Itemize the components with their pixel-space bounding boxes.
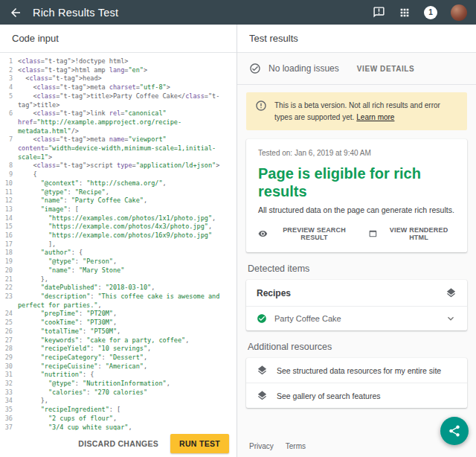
- check-circle-icon: [249, 63, 261, 74]
- result-card: Tested on: Jan 6, 2019 at 9:40 AM Page i…: [246, 139, 467, 252]
- back-button[interactable]: [9, 6, 22, 19]
- code-line: 37 "3/4 cup white sugar",: [0, 424, 237, 430]
- code-line: 25 "cookTime": "PT30M",: [0, 319, 237, 327]
- detected-items-label: Detected items: [248, 263, 466, 274]
- code-line: 17 ],: [0, 240, 237, 249]
- editor-actions: DISCARD CHANGES RUN TEST: [0, 430, 237, 457]
- loading-status-row: No loading issues VIEW DETAILS: [237, 53, 476, 85]
- code-line: 14 "https://examples.com/photos/1x1/phot…: [0, 214, 237, 223]
- view-rendered-html-label: VIEW RENDERED HTML: [382, 226, 455, 241]
- notification-badge[interactable]: 1: [424, 6, 437, 19]
- resource-link-structured-data[interactable]: See structured data resources for my ent…: [246, 358, 467, 383]
- feedback-button[interactable]: [373, 6, 385, 19]
- code-input-title: Code input: [12, 33, 59, 44]
- test-results-header: Test results: [237, 25, 476, 53]
- share-fab[interactable]: [440, 417, 469, 445]
- code-input-panel: Code input 1<class="t-tag">!doctype html…: [0, 25, 237, 457]
- results-content: No loading issues VIEW DETAILS This is a…: [237, 53, 476, 457]
- detected-type-label: Recipes: [257, 288, 291, 298]
- loading-status-text: No loading issues: [268, 63, 339, 74]
- code-line: 4 <class="t-tag">meta charset="utf-8">: [0, 83, 237, 92]
- back-arrow-icon: [9, 6, 22, 19]
- code-line: 22 "datePublished": "2018-03-10",: [0, 284, 237, 293]
- terms-link[interactable]: Terms: [286, 442, 306, 450]
- apps-grid-icon: [399, 7, 411, 19]
- learn-more-link[interactable]: Learn more: [356, 113, 394, 121]
- layers-icon: [446, 287, 457, 298]
- code-line: 8 <class="t-tag">script type="applicatio…: [0, 162, 237, 170]
- privacy-link[interactable]: Privacy: [249, 442, 274, 450]
- code-line: 28 "recipeYield": "10 servings",: [0, 345, 237, 354]
- code-line: 30 "recipeCuisine": "American",: [0, 362, 237, 371]
- view-rendered-html-button[interactable]: VIEW RENDERED HTML: [368, 226, 455, 241]
- feedback-icon: [373, 6, 385, 19]
- beta-banner-text: This is a beta version. Not all rich res…: [274, 100, 458, 123]
- eye-icon: [258, 228, 268, 239]
- code-line: 35 "recipeIngredient": [: [0, 406, 237, 415]
- view-details-link[interactable]: VIEW DETAILS: [357, 65, 415, 73]
- resource-label: See structured data resources for my ent…: [277, 366, 441, 375]
- code-line: 2<class="t-tag">html amp lang="en">: [0, 66, 237, 75]
- code-line: 11 "@type": "Recipe",: [0, 188, 237, 197]
- code-line: 9 {: [0, 170, 237, 179]
- code-line: 15 "https://example.com/photos/4x3/photo…: [0, 223, 237, 231]
- result-title: Page is eligible for rich results: [258, 164, 444, 200]
- detected-type-row[interactable]: Recipes: [246, 280, 467, 306]
- test-results-title: Test results: [249, 33, 298, 44]
- code-line: 20 "name": "Mary Stone": [0, 266, 237, 275]
- apps-grid-button[interactable]: [399, 7, 411, 19]
- code-line: 5 <class="t-tag">title>Party Coffee Cake…: [0, 92, 237, 109]
- code-line: 12 "name": "Party Coffee Cake",: [0, 196, 237, 205]
- topbar-actions: 1: [373, 4, 467, 21]
- additional-resources-card: See structured data resources for my ent…: [246, 358, 467, 408]
- code-line: 6 <class="t-tag">link rel="canonical" hr…: [0, 109, 237, 135]
- rich-results-test-app: Rich Results Test 1 Code input 1<class="…: [0, 0, 476, 457]
- layers-icon: [257, 365, 268, 376]
- beta-banner: This is a beta version. Not all rich res…: [246, 92, 467, 130]
- resource-label: See gallery of search features: [277, 392, 381, 400]
- code-line: 32 "@type": "NutritionInformation",: [0, 380, 237, 389]
- code-editor[interactable]: 1<class="t-tag">!doctype html>2<class="t…: [0, 53, 237, 430]
- additional-resources-label: Additional resources: [248, 342, 466, 352]
- code-line: 18 "author": {: [0, 249, 237, 258]
- tested-on-text: Tested on: Jan 6, 2019 at 9:40 AM: [258, 149, 455, 157]
- code-line: 36 "2 cups of flour",: [0, 415, 237, 424]
- code-input-header: Code input: [0, 25, 237, 53]
- top-app-bar: Rich Results Test 1: [0, 0, 476, 25]
- layers-icon: [257, 390, 268, 401]
- rendered-html-icon: [368, 228, 378, 239]
- success-check-icon: [257, 313, 267, 324]
- code-line: 7 <class="t-tag">meta name="viewport" co…: [0, 135, 237, 162]
- share-icon: [448, 424, 461, 438]
- resource-link-gallery[interactable]: See gallery of search features: [246, 383, 467, 408]
- detected-items-card: Recipes Party Coffee Cake: [246, 280, 467, 330]
- code-line: 33 "calories": "270 calories": [0, 389, 237, 397]
- code-line: 13 "image": [: [0, 205, 237, 214]
- info-icon: [255, 100, 267, 112]
- run-test-button[interactable]: RUN TEST: [170, 434, 229, 453]
- app-title: Rich Results Test: [33, 7, 118, 19]
- detected-item-name: Party Coffee Cake: [274, 314, 437, 323]
- preview-search-result-label: PREVIEW SEARCH RESULT: [272, 226, 356, 241]
- preview-search-result-button[interactable]: PREVIEW SEARCH RESULT: [258, 226, 356, 241]
- account-avatar[interactable]: [451, 4, 467, 21]
- code-line: 16 "https://example.com/photos/16x9/phot…: [0, 231, 237, 240]
- code-line: 26 "totalTime": "PT50M",: [0, 327, 237, 336]
- code-line: 1<class="t-tag">!doctype html>: [0, 57, 237, 66]
- code-line: 24 "prepTime": "PT20M",: [0, 310, 237, 319]
- code-line: 19 "@type": "Person",: [0, 258, 237, 266]
- detected-item-row[interactable]: Party Coffee Cake: [246, 307, 467, 330]
- discard-changes-button[interactable]: DISCARD CHANGES: [71, 434, 166, 453]
- code-line: 34 },: [0, 397, 237, 406]
- code-line: 31 "nutrition": {: [0, 371, 237, 380]
- code-line: 29 "recipeCategory": "Dessert",: [0, 354, 237, 362]
- footer-links: Privacy Terms: [237, 435, 476, 457]
- code-line: 10 "@context": "http://schema.org/",: [0, 179, 237, 188]
- code-line: 23 "description": "This coffee cake is a…: [0, 293, 237, 310]
- chevron-down-icon[interactable]: [445, 313, 457, 325]
- main-split: Code input 1<class="t-tag">!doctype html…: [0, 25, 476, 457]
- result-subtitle: All structured data on the page can gene…: [258, 205, 455, 214]
- code-line: 3 <class="t-tag">head>: [0, 74, 237, 83]
- result-actions: PREVIEW SEARCH RESULT VIEW RENDERED HTML: [258, 226, 455, 241]
- code-line: 21 },: [0, 275, 237, 284]
